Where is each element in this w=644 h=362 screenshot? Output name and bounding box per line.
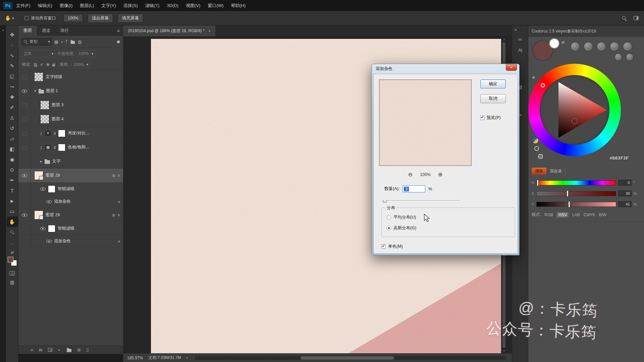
add-noise-dialog[interactable]: 添加杂色 × 确定 取消 预览(P) ⊖ 100% ⊕ 数量(A): 3 % 分… xyxy=(372,64,520,255)
saturation-value-triangle[interactable] xyxy=(540,75,609,145)
tab-mixer[interactable]: 混合器 xyxy=(546,168,566,175)
visibility-toggle[interactable] xyxy=(18,208,31,222)
cancel-button[interactable]: 取消 xyxy=(480,94,506,103)
color-wheel[interactable] xyxy=(528,64,621,156)
coolorus-header-tab[interactable]: Coolorus 2.5 vieyes兼容制作cc2018 xyxy=(528,25,644,37)
scroll-all-windows-checkbox[interactable] xyxy=(24,16,29,20)
add-mask-icon[interactable] xyxy=(48,348,52,352)
menu-item-layer[interactable]: 图层(L) xyxy=(76,0,98,11)
filter-entry-row[interactable]: 添加杂色 ≡ xyxy=(18,235,123,248)
slider-handle[interactable] xyxy=(383,199,387,202)
screen-mode-icon[interactable]: ▥ xyxy=(10,280,14,285)
mode-hsv[interactable]: HSV xyxy=(557,212,569,218)
amount-input[interactable]: 3 xyxy=(402,185,425,192)
fill-select[interactable]: 100% ▾ xyxy=(71,61,90,68)
visibility-toggle[interactable] xyxy=(18,126,31,140)
clone-stamp-tool[interactable]: ♙ xyxy=(7,113,18,123)
layer-thumbnail[interactable] xyxy=(40,115,49,124)
type-tool[interactable]: T xyxy=(7,185,18,196)
layer-row[interactable]: ƒ▦8色相/饱和... xyxy=(18,140,123,155)
layer-name[interactable]: 图层 29 xyxy=(46,212,60,218)
horizontal-scroll-thumb[interactable] xyxy=(301,356,394,360)
filter-options-icon[interactable]: ≡ xyxy=(118,200,120,204)
new-layer-icon[interactable]: ⊞ xyxy=(77,348,81,352)
mask-thumbnail[interactable] xyxy=(58,130,65,137)
smart-filter-row[interactable]: 智能滤镜 xyxy=(18,222,123,235)
layer-name[interactable]: 图层 1 xyxy=(46,88,58,94)
layer-name[interactable]: 图层 4 xyxy=(52,116,63,122)
pen-tool[interactable]: ✒ xyxy=(7,175,18,185)
smart-filter-label[interactable]: 智能滤镜 xyxy=(58,226,74,231)
foreground-color-swatch[interactable] xyxy=(8,257,13,262)
properties-panel-icon[interactable]: ≔ xyxy=(512,37,528,42)
lock-transparency-icon[interactable]: ▨ xyxy=(34,62,37,67)
character-panel-icon[interactable]: A| xyxy=(512,48,528,53)
menu-item-type[interactable]: 文字(Y) xyxy=(98,0,119,11)
quick-selection-tool[interactable]: ✎ xyxy=(7,61,18,71)
hue-marker[interactable] xyxy=(541,83,545,87)
zoom-tool[interactable] xyxy=(7,227,18,237)
menu-item-file[interactable]: 文件(F) xyxy=(12,0,34,11)
tool-preset-picker[interactable]: ✋ ▾ xyxy=(0,15,19,21)
jitter-control[interactable] xyxy=(571,42,580,51)
layer-thumbnail[interactable] xyxy=(34,72,43,81)
jitter-control[interactable] xyxy=(597,42,606,51)
mode-lab[interactable]: LAB xyxy=(572,213,580,217)
tab-paths[interactable]: 路径 xyxy=(55,25,74,36)
visibility-toggle[interactable] xyxy=(18,140,31,154)
filter-mask-thumbnail[interactable] xyxy=(48,185,55,193)
collapse-filters-icon[interactable]: ∧ xyxy=(117,213,120,217)
visibility-toggle[interactable] xyxy=(18,84,31,98)
marquee-tool[interactable]: ◌ xyxy=(7,40,18,50)
swap-colors-icon[interactable]: ⇄ xyxy=(561,40,565,45)
expand-panels-icon[interactable]: » xyxy=(2,28,4,32)
lock-all-icon[interactable] xyxy=(52,64,55,66)
filter-mask-thumbnail[interactable] xyxy=(48,225,55,232)
saturation-slider[interactable] xyxy=(536,191,616,196)
secondary-color-swatch[interactable] xyxy=(550,39,559,48)
path-selection-tool[interactable]: ► xyxy=(7,196,18,206)
zoom-out-icon[interactable]: ⊖ xyxy=(408,171,413,178)
eye-icon[interactable] xyxy=(40,187,46,191)
eye-icon[interactable] xyxy=(40,227,46,230)
quick-mask-icon[interactable] xyxy=(9,271,15,276)
layer-row-selected[interactable]: 图层 28 ◎∧ xyxy=(18,169,123,183)
brightness-adjustment-icon[interactable]: ☀ xyxy=(45,130,51,137)
gaussian-radio[interactable] xyxy=(387,226,391,230)
smart-filter-label[interactable]: 智能滤镜 xyxy=(58,186,74,192)
value-value[interactable]: 41 xyxy=(618,201,632,207)
close-tab-icon[interactable]: × xyxy=(208,29,211,34)
tab-layers[interactable]: 图层 xyxy=(18,25,37,36)
menu-item-image[interactable]: 图像(I) xyxy=(56,0,76,11)
expand-group-icon[interactable]: ▸ xyxy=(40,159,42,164)
shape-tool[interactable]: ▭ xyxy=(7,206,18,217)
ok-button[interactable]: 确定 xyxy=(480,79,506,88)
filter-type-icon[interactable]: T xyxy=(65,40,68,44)
new-group-icon[interactable] xyxy=(67,349,71,352)
circle-icon[interactable] xyxy=(534,146,539,151)
layer-effects-icon[interactable]: fx xyxy=(39,348,43,352)
eye-icon[interactable] xyxy=(46,240,52,243)
mask-thumbnail[interactable] xyxy=(58,144,65,151)
visibility-toggle[interactable] xyxy=(18,70,31,84)
jitter-control[interactable] xyxy=(610,42,619,51)
lock-position-icon[interactable]: ✥ xyxy=(46,62,50,67)
menu-item-filter[interactable]: 滤镜(T) xyxy=(142,0,163,11)
visibility-toggle[interactable] xyxy=(18,112,31,126)
smart-object-thumbnail[interactable] xyxy=(34,210,43,220)
visibility-toggle[interactable] xyxy=(18,155,31,168)
menu-item-select[interactable]: 选择(S) xyxy=(119,0,141,11)
jitter-control[interactable] xyxy=(584,42,593,51)
layer-name[interactable]: 图层 3 xyxy=(52,102,63,108)
healing-brush-tool[interactable]: ✚ xyxy=(7,92,18,102)
mode-cmyk[interactable]: CMYK xyxy=(584,213,595,217)
filter-options-icon[interactable]: ≡ xyxy=(118,239,120,243)
dialog-title-bar[interactable]: 添加杂色 xyxy=(372,64,519,74)
layer-row[interactable]: 图层 3 xyxy=(18,98,123,112)
tab-swatches[interactable]: 滴块 xyxy=(532,168,546,175)
layer-name[interactable]: 文字 xyxy=(52,159,61,164)
layer-row[interactable]: ▸文字 xyxy=(18,155,123,169)
menu-item-help[interactable]: 帮助(H) xyxy=(227,0,249,11)
layer-row[interactable]: 文字排版 xyxy=(18,70,123,84)
lock-paint-icon[interactable]: ✐ xyxy=(40,62,44,67)
